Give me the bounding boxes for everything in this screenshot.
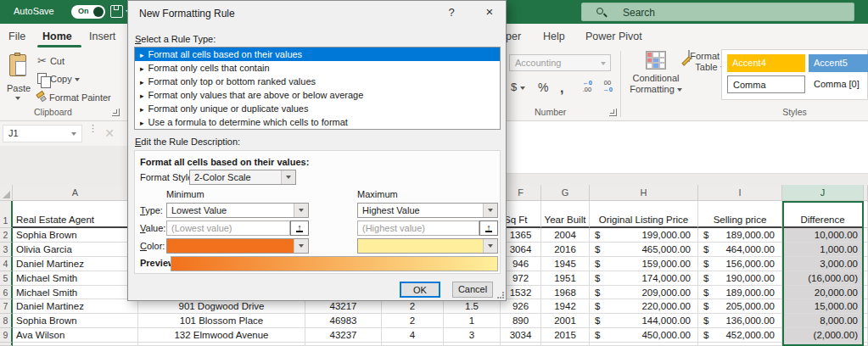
cell-F1[interactable]: Sq Ft xyxy=(501,201,541,228)
tab-help[interactable]: Help xyxy=(543,31,565,42)
tab-insert[interactable]: Insert xyxy=(89,31,115,42)
cell-H3[interactable]: $465,000.00 xyxy=(590,243,698,257)
close-icon[interactable]: × xyxy=(479,4,500,21)
cell-F5[interactable]: 972 xyxy=(501,271,541,286)
cell-G2[interactable]: 2004 xyxy=(541,228,590,243)
cell-G5[interactable]: 1951 xyxy=(541,271,590,286)
cell-E7[interactable]: 1.5 xyxy=(444,299,501,314)
cancel-button[interactable]: Cancel xyxy=(452,282,493,298)
cell-J8[interactable]: 8,000.00 xyxy=(782,314,864,328)
cell-G9[interactable]: 2015 xyxy=(541,328,590,343)
cell-D9[interactable]: 4 xyxy=(382,328,444,343)
max-range-select-button[interactable]: ↑ xyxy=(479,220,498,236)
increase-decimal-button[interactable]: ←0.00 xyxy=(577,80,597,98)
cell-E8[interactable]: 1 xyxy=(444,314,501,328)
cell-A9[interactable]: Ava Wilson xyxy=(13,328,138,343)
cell-A3[interactable]: Olivia Garcia xyxy=(13,243,138,257)
cell-G7[interactable]: 1942 xyxy=(541,299,590,314)
cell-I3[interactable]: $464,000.00 xyxy=(698,243,782,257)
cell-F7[interactable]: 926 xyxy=(501,299,541,314)
rule-type-option[interactable]: Format only cells that contain xyxy=(135,61,500,75)
rule-type-option[interactable]: Format only top or bottom ranked values xyxy=(135,75,500,88)
cell-I6[interactable]: $189,000.00 xyxy=(698,286,782,300)
number-format-combo[interactable]: Accounting xyxy=(509,54,611,71)
cell-C9[interactable]: 43237 xyxy=(305,328,382,343)
resize-grip-icon[interactable] xyxy=(497,292,504,299)
cell-G8[interactable]: 2001 xyxy=(541,314,590,328)
percent-style-button[interactable]: % xyxy=(538,81,548,94)
cell-I8[interactable]: $136,000.00 xyxy=(698,314,782,328)
cell-F8[interactable]: 890 xyxy=(501,314,541,328)
row-header-8[interactable]: 8 xyxy=(0,314,13,328)
cell-G6[interactable]: 1968 xyxy=(541,286,590,300)
row-header-6[interactable]: 6 xyxy=(0,286,13,300)
rule-type-option[interactable]: Use a formula to determine which cells t… xyxy=(135,115,500,129)
max-color-dropdown[interactable] xyxy=(357,238,498,254)
cell-H4[interactable]: $159,000.00 xyxy=(590,257,698,271)
style-comma[interactable]: Comma xyxy=(727,75,805,93)
cell-J3[interactable]: 1,000.00 xyxy=(782,243,864,257)
cell-B8[interactable]: 101 Blossom Place xyxy=(138,314,305,328)
cell-J4[interactable]: 3,000.00 xyxy=(782,257,864,271)
cell-J7[interactable]: 15,000.00 xyxy=(782,299,864,314)
column-header-F[interactable]: F xyxy=(501,185,541,201)
cell-A5[interactable]: Michael Smith xyxy=(13,271,138,286)
cell-C10[interactable] xyxy=(305,343,382,346)
tab-file[interactable]: File xyxy=(8,31,25,42)
cell-G1[interactable]: Year Built xyxy=(541,201,590,228)
row-header-7[interactable]: 7 xyxy=(0,299,13,314)
decrease-decimal-button[interactable]: 00→0 xyxy=(597,80,618,98)
cell-D10[interactable] xyxy=(382,343,444,346)
cell-D8[interactable]: 2 xyxy=(382,314,444,328)
format-style-dropdown[interactable]: 2-Color Scale xyxy=(189,170,296,185)
cell-C8[interactable]: 46983 xyxy=(305,314,382,328)
select-all-corner[interactable] xyxy=(0,185,13,201)
column-header-G[interactable]: G xyxy=(541,185,590,201)
cell-F3[interactable]: 3064 xyxy=(501,243,541,257)
row-header-10[interactable] xyxy=(0,343,13,346)
style-accent4[interactable]: Accent4 xyxy=(727,54,805,72)
row-header-4[interactable]: 4 xyxy=(0,257,13,271)
column-header-H[interactable]: H xyxy=(590,185,698,201)
cell-A10[interactable] xyxy=(13,343,138,346)
style-comma-0[interactable]: Comma [0] xyxy=(809,75,868,93)
cell-E9[interactable]: 3 xyxy=(444,328,501,343)
style-accent5[interactable]: Accent5 xyxy=(809,54,868,72)
cell-B7[interactable]: 901 Dogwood Drive xyxy=(138,299,305,314)
cell-I4[interactable]: $156,000.00 xyxy=(698,257,782,271)
cell-B10[interactable] xyxy=(138,343,305,346)
tab-power-pivot[interactable]: Power Pivot xyxy=(585,31,642,42)
name-box[interactable]: J1 xyxy=(3,125,82,142)
column-header-I[interactable]: I xyxy=(698,185,782,201)
help-icon[interactable]: ? xyxy=(444,6,459,21)
cell-B9[interactable]: 132 Elmwood Avenue xyxy=(138,328,305,343)
formula-input[interactable] xyxy=(507,121,868,174)
cell-G4[interactable]: 1945 xyxy=(541,257,590,271)
max-value-input[interactable]: (Highest value) xyxy=(357,220,479,236)
cell-I7[interactable]: $205,000.00 xyxy=(698,299,782,314)
rule-type-option[interactable]: Format only values that are above or bel… xyxy=(135,88,500,102)
cell-A7[interactable]: Daniel Martinez xyxy=(13,299,138,314)
cell-E10[interactable] xyxy=(444,343,501,346)
cell-J10[interactable] xyxy=(782,343,864,346)
min-value-input[interactable]: (Lowest value) xyxy=(166,220,290,236)
cell-H5[interactable]: $174,000.00 xyxy=(590,271,698,286)
autosave-toggle[interactable]: On xyxy=(71,5,105,19)
cut-button[interactable]: ✂Cut xyxy=(37,54,64,67)
format-painter-button[interactable]: Format Painter xyxy=(36,92,111,103)
cell-H9[interactable]: $450,000.00 xyxy=(590,328,698,343)
cell-A2[interactable]: Sophia Brown xyxy=(13,228,138,243)
cell-A1[interactable]: Real Estate Agent xyxy=(13,201,138,228)
cell-H8[interactable]: $144,000.00 xyxy=(590,314,698,328)
cell-H2[interactable]: $199,000.00 xyxy=(590,228,698,243)
paste-button[interactable]: Paste xyxy=(3,51,34,117)
save-icon[interactable] xyxy=(110,5,123,18)
cell-F4[interactable]: 946 xyxy=(501,257,541,271)
comma-style-button[interactable]: , xyxy=(560,81,563,96)
cell-A6[interactable]: Michael Smith xyxy=(13,286,138,300)
column-header-A[interactable]: A xyxy=(13,185,138,201)
cell-I10[interactable] xyxy=(698,343,782,346)
min-color-dropdown[interactable] xyxy=(166,238,309,254)
cell-H7[interactable]: $220,000.00 xyxy=(590,299,698,314)
cell-F10[interactable] xyxy=(501,343,541,346)
